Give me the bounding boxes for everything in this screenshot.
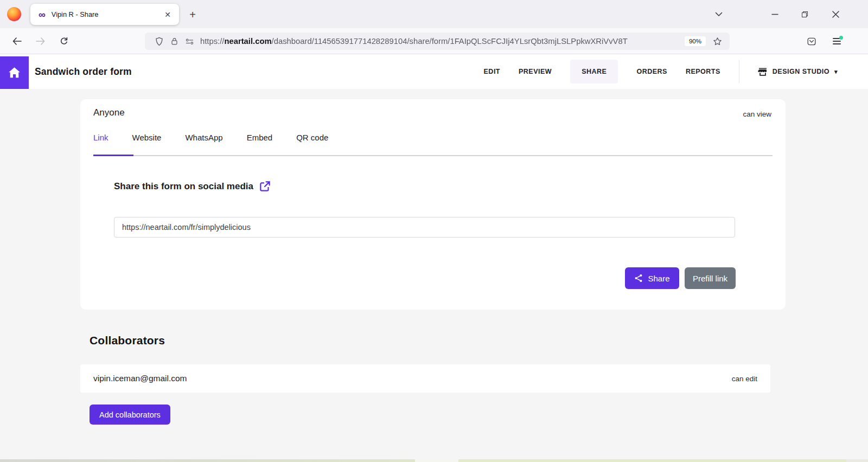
audience-permission: can view <box>743 110 771 118</box>
collaborators-title: Collaborators <box>90 334 165 347</box>
permissions-icon[interactable] <box>182 34 197 49</box>
nav-reports[interactable]: REPORTS <box>686 68 720 75</box>
below-fold-strip <box>458 459 846 462</box>
share-tabs: Link Website WhatsApp Embed QR code <box>93 133 328 142</box>
list-tabs-chevron-icon[interactable] <box>711 6 727 22</box>
app-header: Sandwich order form EDIT PREVIEW SHARE O… <box>0 54 868 89</box>
bookmark-star-icon[interactable] <box>710 34 725 49</box>
below-fold-strip <box>846 459 868 462</box>
page-zoom-indicator[interactable]: 90% <box>685 36 706 46</box>
tab-link[interactable]: Link <box>93 133 108 142</box>
share-card: Anyone can view Link Website WhatsApp Em… <box>80 99 786 310</box>
tab-title: Vipin R - Share <box>52 10 161 18</box>
reload-button[interactable] <box>56 34 72 49</box>
minimize-button[interactable] <box>767 6 783 22</box>
caret-down-icon: ▾ <box>834 68 838 75</box>
nav-share[interactable]: SHARE <box>570 60 618 84</box>
restore-window-button[interactable] <box>796 6 813 22</box>
url-path: /dashboard/114565391771428289104/share/f… <box>272 37 628 46</box>
tab-qr-code[interactable]: QR code <box>296 133 328 142</box>
tab-embed[interactable]: Embed <box>247 133 273 142</box>
share-section-title-text: Share this form on social media <box>114 181 253 192</box>
design-studio-menu[interactable]: DESIGN STUDIO ▾ <box>758 67 838 76</box>
app-menu-icon[interactable] <box>829 34 844 49</box>
lock-icon[interactable] <box>167 34 182 49</box>
share-icon <box>634 274 643 283</box>
below-fold-strip <box>0 459 415 462</box>
tracking-shield-icon[interactable] <box>151 34 167 49</box>
url-bar[interactable]: https://neartail.com/dashboard/114565391… <box>145 33 730 50</box>
audience-label: Anyone <box>93 107 125 118</box>
menu-notification-dot <box>839 36 843 40</box>
back-button[interactable] <box>9 34 24 49</box>
home-icon <box>8 67 21 79</box>
collaborator-row: vipin.iceman@gmail.com can edit <box>80 364 770 393</box>
nav-divider <box>739 60 739 83</box>
collaborator-permission: can edit <box>732 364 757 393</box>
collaborator-email: vipin.iceman@gmail.com <box>93 364 187 393</box>
url-domain: neartail <box>224 37 253 46</box>
url-text[interactable]: https://neartail.com/dashboard/114565391… <box>200 37 682 46</box>
browser-toolbar: https://neartail.com/dashboard/114565391… <box>0 28 868 54</box>
app-navigation: EDIT PREVIEW SHARE ORDERS REPORTS DESIGN… <box>484 54 838 89</box>
tab-website[interactable]: Website <box>132 133 162 142</box>
browser-window: ∞ Vipin R - Share ✕ + <box>0 0 868 462</box>
open-in-new-icon[interactable] <box>259 181 271 192</box>
nav-preview[interactable]: PREVIEW <box>519 68 552 75</box>
infinity-favicon-icon: ∞ <box>39 10 46 20</box>
tab-whatsapp[interactable]: WhatsApp <box>185 133 222 142</box>
share-button[interactable]: Share <box>625 267 679 289</box>
url-scheme: https:// <box>200 37 224 46</box>
browser-tab[interactable]: ∞ Vipin R - Share ✕ <box>30 4 179 25</box>
home-button[interactable] <box>0 56 29 89</box>
storefront-icon <box>758 67 768 76</box>
forward-button[interactable] <box>33 34 48 49</box>
new-tab-button[interactable]: + <box>184 7 201 23</box>
browser-titlebar: ∞ Vipin R - Share ✕ + <box>0 0 868 28</box>
add-collaborators-button[interactable]: Add collaborators <box>90 405 170 425</box>
below-fold-strip-gap <box>415 459 458 462</box>
firefox-logo-icon <box>7 7 21 21</box>
form-link-input[interactable] <box>114 217 735 238</box>
tab-close-icon[interactable]: ✕ <box>161 9 175 20</box>
close-window-button[interactable] <box>827 6 844 22</box>
pocket-save-icon[interactable] <box>804 34 819 49</box>
share-section-title: Share this form on social media <box>114 181 271 192</box>
prefill-link-button[interactable]: Prefill link <box>685 267 736 289</box>
nav-orders[interactable]: ORDERS <box>636 68 667 75</box>
tabs-underline <box>93 155 773 156</box>
share-button-label: Share <box>648 274 669 283</box>
page-title: Sandwich order form <box>35 54 132 89</box>
active-tab-indicator <box>93 155 133 156</box>
nav-edit[interactable]: EDIT <box>484 68 500 75</box>
url-domain-suffix: .com <box>253 37 272 46</box>
design-studio-label: DESIGN STUDIO <box>773 68 829 75</box>
